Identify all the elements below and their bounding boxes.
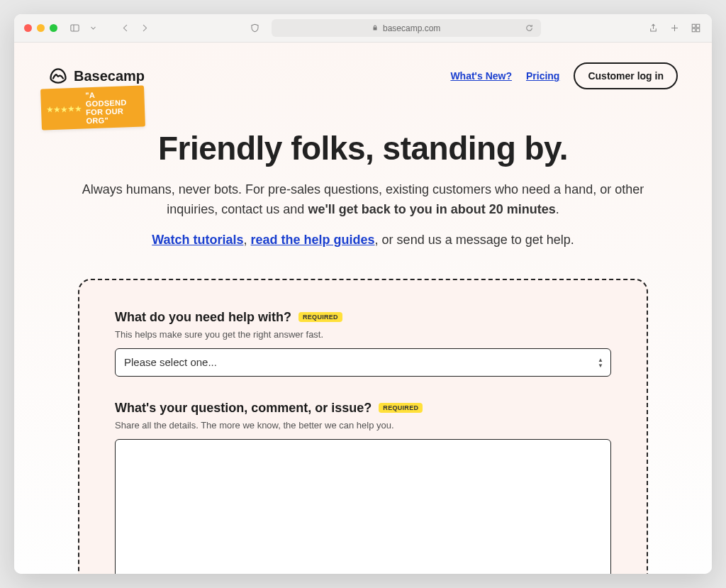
svg-rect-7 bbox=[697, 28, 700, 32]
lock-icon bbox=[372, 23, 379, 33]
window-controls bbox=[24, 24, 57, 32]
minimize-window-icon[interactable] bbox=[37, 24, 45, 32]
tagline-badge: ★★★★★ "A GODSEND FOR OUR ORG" bbox=[40, 85, 145, 130]
hero-links-row: Watch tutorials, read the help guides, o… bbox=[57, 233, 669, 248]
sidebar-toggle-icon[interactable] bbox=[69, 23, 80, 34]
required-badge: REQUIRED bbox=[298, 312, 342, 322]
tagline-text: "A GODSEND FOR OUR ORG" bbox=[85, 89, 138, 126]
customer-login-button[interactable]: Customer log in bbox=[574, 62, 678, 89]
message-label: What's your question, comment, or issue? bbox=[115, 401, 372, 416]
contact-form: What do you need help with? REQUIRED Thi… bbox=[78, 279, 648, 574]
topic-label: What do you need help with? bbox=[115, 310, 291, 325]
svg-rect-6 bbox=[693, 28, 696, 32]
watch-tutorials-link[interactable]: Watch tutorials bbox=[152, 233, 243, 247]
form-group-topic: What do you need help with? REQUIRED Thi… bbox=[115, 310, 611, 377]
page-title: Friendly folks, standing by. bbox=[57, 129, 669, 167]
maximize-window-icon[interactable] bbox=[50, 24, 57, 32]
message-textarea[interactable] bbox=[115, 439, 611, 574]
hero-subtitle: Always humans, never bots. For pre-sales… bbox=[57, 180, 669, 220]
close-window-icon[interactable] bbox=[24, 24, 32, 32]
nav-right: What's New? Pricing Customer log in bbox=[450, 62, 678, 89]
address-bar[interactable]: basecamp.com bbox=[272, 19, 541, 37]
message-hint: Share all the details. The more we know,… bbox=[115, 420, 611, 431]
brand-name: Basecamp bbox=[74, 68, 145, 84]
pricing-link[interactable]: Pricing bbox=[526, 70, 559, 82]
svg-rect-5 bbox=[697, 24, 700, 28]
whats-new-link[interactable]: What's New? bbox=[450, 70, 512, 82]
share-icon[interactable] bbox=[648, 23, 659, 34]
site-header: Basecamp ★★★★★ "A GODSEND FOR OUR ORG" W… bbox=[14, 43, 712, 89]
brand-logo[interactable]: Basecamp bbox=[48, 66, 145, 86]
required-badge: REQUIRED bbox=[379, 403, 423, 413]
select-caret-icon: ▲▼ bbox=[598, 357, 603, 367]
new-tab-icon[interactable] bbox=[669, 23, 681, 34]
topic-select-value: Please select one... bbox=[124, 356, 217, 368]
tabs-overview-icon[interactable] bbox=[691, 23, 702, 34]
svg-rect-0 bbox=[70, 25, 78, 31]
browser-chrome: basecamp.com bbox=[14, 14, 712, 43]
stars-icon: ★★★★★ bbox=[47, 104, 82, 113]
form-group-message: What's your question, comment, or issue?… bbox=[115, 401, 611, 574]
forward-icon[interactable] bbox=[138, 23, 150, 34]
chevron-down-icon[interactable] bbox=[87, 23, 99, 34]
back-icon[interactable] bbox=[120, 23, 131, 34]
topic-hint: This helps make sure you get the right a… bbox=[115, 329, 611, 340]
page-content: Basecamp ★★★★★ "A GODSEND FOR OUR ORG" W… bbox=[14, 43, 712, 574]
browser-window: basecamp.com bbox=[14, 14, 712, 574]
refresh-icon[interactable] bbox=[524, 23, 535, 34]
topic-select[interactable]: Please select one... ▲▼ bbox=[115, 348, 611, 377]
privacy-shield-icon[interactable] bbox=[249, 23, 260, 34]
basecamp-logo-icon bbox=[48, 66, 68, 86]
address-bar-text: basecamp.com bbox=[383, 23, 440, 33]
help-guides-link[interactable]: read the help guides bbox=[251, 233, 375, 247]
svg-rect-4 bbox=[693, 24, 696, 28]
